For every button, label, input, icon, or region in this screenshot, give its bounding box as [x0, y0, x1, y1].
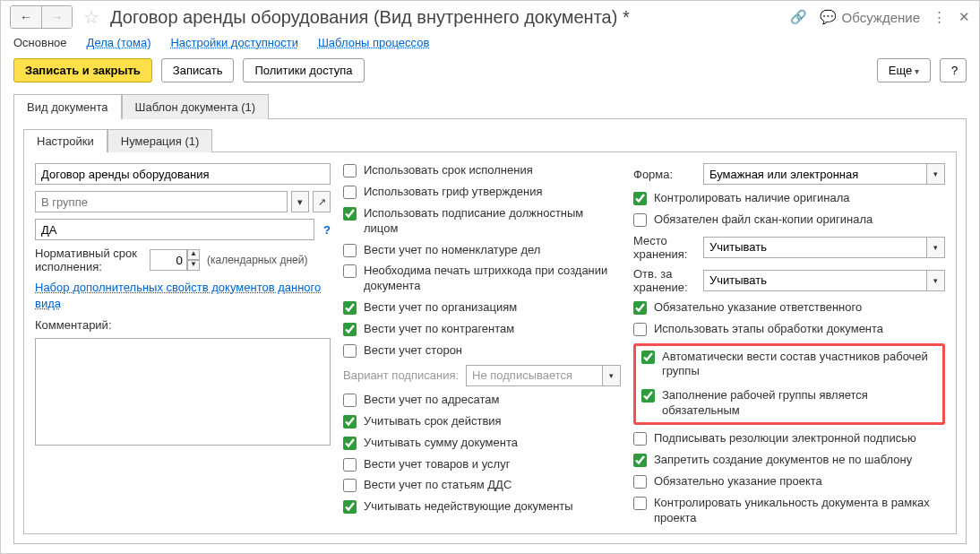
chk-require-scan[interactable]: [633, 213, 647, 227]
form-label: Форма:: [633, 168, 696, 181]
secnav-templates[interactable]: Шаблоны процессов: [318, 36, 429, 49]
index-input[interactable]: [35, 219, 314, 240]
group-input[interactable]: [35, 191, 288, 212]
chk-esign-resolutions[interactable]: [633, 432, 647, 446]
chk-by-organizations[interactable]: [343, 301, 357, 315]
chk-parties[interactable]: [343, 344, 357, 358]
sign-variant-dropdown: ▾: [603, 365, 621, 386]
favorite-star-icon[interactable]: ☆: [83, 6, 99, 28]
storage-select[interactable]: [703, 237, 927, 258]
more-button[interactable]: Еще: [877, 58, 931, 82]
secnav-main[interactable]: Основное: [13, 36, 67, 49]
chk-document-amount[interactable]: [343, 437, 357, 450]
comment-label: Комментарий:: [35, 318, 331, 332]
chat-icon: 💬: [820, 9, 837, 25]
chk-validity-period[interactable]: [343, 415, 357, 428]
group-open-button[interactable]: ↗: [313, 191, 331, 212]
chk-by-counterparties[interactable]: [343, 323, 357, 336]
highlight-box: Автоматически вести состав участников ра…: [633, 343, 945, 426]
chk-inactive-docs[interactable]: [343, 500, 357, 514]
inner-tab-settings[interactable]: Настройки: [23, 129, 107, 152]
chk-processing-stages[interactable]: [633, 323, 647, 336]
resp-select[interactable]: [703, 270, 927, 291]
norm-spin-up[interactable]: ▲: [187, 249, 200, 260]
save-button[interactable]: Записать: [161, 58, 235, 82]
close-icon[interactable]: ✕: [959, 9, 970, 25]
chk-workgroup-required[interactable]: [641, 389, 655, 403]
chk-control-original[interactable]: [633, 192, 647, 205]
norm-term-label: Нормативный срок исполнения:: [35, 247, 142, 273]
chk-dds-items[interactable]: [343, 479, 357, 492]
chk-goods-services[interactable]: [343, 458, 357, 472]
chk-barcode-print[interactable]: [343, 264, 357, 278]
extra-props-link[interactable]: Набор дополнительных свойств документов …: [35, 280, 331, 312]
nav-forward-button[interactable]: →: [41, 6, 72, 28]
policies-button[interactable]: Политики доступа: [243, 58, 364, 82]
norm-term-input[interactable]: [150, 249, 187, 271]
chk-auto-workgroup[interactable]: [641, 351, 655, 364]
more-menu-icon[interactable]: ⋮: [933, 9, 946, 25]
chk-use-deadline[interactable]: [343, 164, 357, 177]
save-close-button[interactable]: Записать и закрыть: [13, 58, 152, 82]
chk-uniqueness-project[interactable]: [633, 497, 647, 510]
storage-label: Место хранения:: [633, 234, 696, 261]
discussion-label: Обсуждение: [842, 10, 920, 25]
chk-by-addressees[interactable]: [343, 394, 357, 407]
chk-use-official-signing[interactable]: [343, 207, 357, 221]
comment-textarea[interactable]: [35, 338, 331, 446]
discussion-button[interactable]: 💬 Обсуждение: [820, 9, 920, 25]
name-input[interactable]: [35, 163, 331, 185]
chk-require-responsible[interactable]: [633, 301, 647, 315]
page-title: Договор аренды оборудования (Вид внутрен…: [110, 7, 630, 28]
inner-tab-numbering[interactable]: Нумерация (1): [107, 129, 213, 152]
secnav-cases[interactable]: Дела (тома): [87, 36, 151, 49]
form-dropdown[interactable]: ▾: [927, 163, 945, 185]
nav-back-button[interactable]: ←: [11, 6, 41, 28]
index-help-icon[interactable]: ?: [318, 223, 331, 237]
resp-label: Отв. за хранение:: [633, 267, 696, 294]
sign-variant-label: Вариант подписания:: [343, 368, 459, 382]
secnav-access[interactable]: Настройки доступности: [170, 36, 297, 49]
sign-variant-select: [466, 365, 603, 386]
chk-use-approval-stamp[interactable]: [343, 186, 357, 199]
chk-forbid-nontemplate[interactable]: [633, 454, 647, 467]
storage-dropdown[interactable]: ▾: [927, 237, 945, 258]
link-icon[interactable]: 🔗: [790, 9, 807, 25]
norm-term-unit: (календарных дней): [207, 254, 307, 266]
group-dropdown-button[interactable]: ▾: [291, 191, 309, 212]
help-button[interactable]: ?: [940, 58, 967, 82]
form-select[interactable]: [703, 163, 927, 185]
tab-doc-template[interactable]: Шаблон документа (1): [122, 94, 270, 119]
resp-dropdown[interactable]: ▾: [927, 270, 945, 291]
tab-doc-type[interactable]: Вид документа: [13, 94, 122, 119]
norm-spin-down[interactable]: ▼: [187, 260, 200, 271]
chk-require-project[interactable]: [633, 475, 647, 489]
chk-nomenclature[interactable]: [343, 244, 357, 257]
